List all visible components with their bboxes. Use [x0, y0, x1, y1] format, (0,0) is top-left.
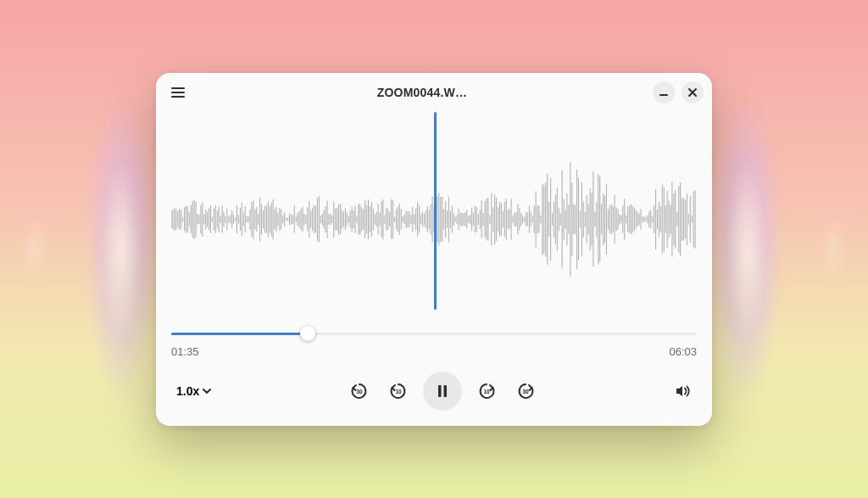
titlebar: ZOOM0044.W… — [156, 73, 712, 112]
minimize-icon — [659, 87, 669, 98]
skip-forward-10-button[interactable]: 10 — [472, 377, 501, 406]
progress-slider[interactable] — [171, 327, 697, 340]
skip-forward-10-icon: 10 — [476, 381, 497, 401]
playhead-indicator — [434, 112, 437, 310]
time-labels: 01:35 06:03 — [171, 345, 697, 358]
svg-rect-322 — [438, 385, 442, 397]
elapsed-time: 01:35 — [171, 345, 199, 358]
svg-text:30: 30 — [522, 389, 529, 394]
skip-back-30-icon: 30 — [349, 381, 370, 401]
svg-text:10: 10 — [395, 389, 402, 394]
volume-button[interactable] — [668, 377, 697, 406]
progress-area: 01:35 06:03 — [156, 318, 712, 361]
close-icon — [687, 87, 698, 98]
hamburger-icon — [170, 85, 186, 100]
volume-icon — [674, 383, 691, 400]
skip-back-10-button[interactable]: 10 — [384, 377, 413, 406]
pause-button[interactable] — [423, 372, 462, 411]
total-duration: 06:03 — [669, 345, 697, 358]
pause-icon — [435, 383, 450, 399]
audio-player-window: ZOOM0044.W… 01:35 06:03 — [156, 73, 712, 426]
close-button[interactable] — [682, 81, 704, 104]
skip-back-30-button[interactable]: 30 — [345, 377, 374, 406]
skip-back-10-icon: 10 — [388, 381, 409, 401]
transport-controls: 30 10 10 — [345, 372, 540, 411]
svg-text:10: 10 — [483, 389, 490, 394]
window-title: ZOOM0044.W… — [198, 86, 646, 99]
svg-text:30: 30 — [356, 389, 363, 394]
slider-thumb[interactable] — [300, 326, 315, 341]
svg-rect-323 — [443, 385, 447, 397]
speed-label: 1.0x — [176, 384, 199, 398]
skip-forward-30-icon: 30 — [515, 381, 536, 401]
playback-speed-button[interactable]: 1.0x — [171, 381, 216, 401]
menu-button[interactable] — [164, 79, 192, 106]
skip-forward-30-button[interactable]: 30 — [511, 377, 540, 406]
minimize-button[interactable] — [653, 81, 675, 104]
chevron-down-icon — [203, 387, 211, 395]
controls-row: 1.0x 30 10 — [156, 361, 712, 426]
waveform-display[interactable] — [156, 112, 712, 318]
